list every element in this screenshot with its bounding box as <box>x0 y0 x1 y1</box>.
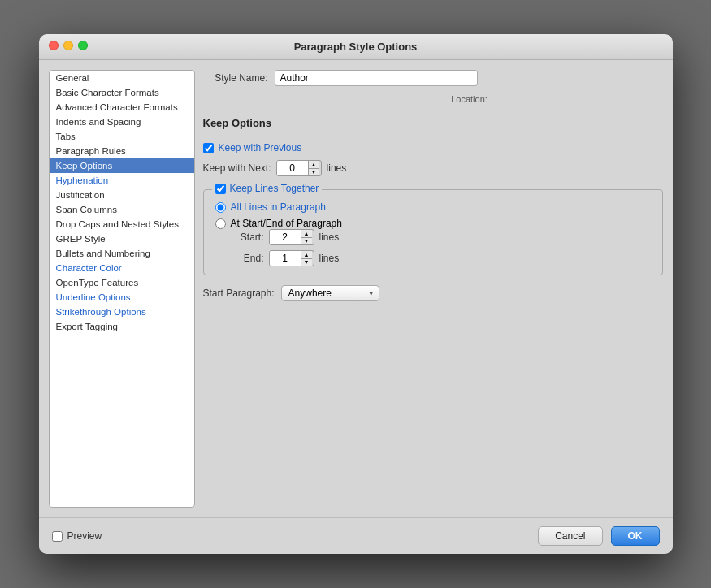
sidebar-item-paragraph-rules[interactable]: Paragraph Rules <box>50 144 194 158</box>
start-spin-up[interactable]: ▲ <box>301 230 312 238</box>
all-lines-label: All Lines in Paragraph <box>231 201 326 213</box>
style-name-row: Style Name: <box>203 70 663 86</box>
preview-checkbox[interactable] <box>52 531 63 542</box>
start-row: Start: ▲ ▼ lines <box>235 229 651 245</box>
sidebar: GeneralBasic Character FormatsAdvanced C… <box>49 70 195 508</box>
end-spin-col: ▲ ▼ <box>301 251 312 266</box>
dialog-title: Paragraph Style Options <box>294 41 418 53</box>
at-start-end-label: At Start/End of Paragraph <box>231 218 342 229</box>
keep-with-previous-row: Keep with Previous <box>203 142 663 153</box>
all-lines-radio[interactable] <box>215 202 226 213</box>
start-label: Start: <box>235 231 264 243</box>
sidebar-item-underline-options[interactable]: Underline Options <box>50 290 194 305</box>
location-row: Location: <box>276 94 663 104</box>
end-lines-label: lines <box>319 253 340 264</box>
start-input[interactable] <box>270 230 301 244</box>
start-spin-col: ▲ ▼ <box>301 230 312 244</box>
start-paragraph-select-wrap: AnywhereNext ColumnNext FrameNext PageNe… <box>281 285 379 301</box>
traffic-lights <box>49 41 88 50</box>
end-label: End: <box>235 253 264 264</box>
style-name-label: Style Name: <box>203 72 268 84</box>
cancel-button[interactable]: Cancel <box>538 526 602 546</box>
at-start-end-radio[interactable] <box>215 218 226 229</box>
dialog-body: GeneralBasic Character FormatsAdvanced C… <box>39 60 673 517</box>
sidebar-item-bullets-and-numbering[interactable]: Bullets and Numbering <box>50 246 194 261</box>
sidebar-item-strikethrough-options[interactable]: Strikethrough Options <box>50 305 194 319</box>
ok-button[interactable]: OK <box>611 526 660 546</box>
minimize-button[interactable] <box>63 41 73 50</box>
sidebar-item-drop-caps-and-nested-styles[interactable]: Drop Caps and Nested Styles <box>50 217 194 231</box>
keep-with-next-spinner[interactable]: ▲ ▼ <box>276 160 322 176</box>
preview-label: Preview <box>67 530 102 542</box>
start-lines-label: lines <box>319 231 340 243</box>
sidebar-item-indents-and-spacing[interactable]: Indents and Spacing <box>50 115 194 129</box>
sidebar-item-grep-style[interactable]: GREP Style <box>50 231 194 246</box>
keep-lines-legend: Keep Lines Together <box>212 183 323 194</box>
start-paragraph-label: Start Paragraph: <box>203 288 275 299</box>
end-row: End: ▲ ▼ lines <box>235 250 651 266</box>
main-content: Style Name: Location: Keep Options Keep … <box>203 70 663 508</box>
start-spinner[interactable]: ▲ ▼ <box>269 229 314 245</box>
sidebar-item-span-columns[interactable]: Span Columns <box>50 202 194 217</box>
keep-with-next-lines: lines <box>327 162 347 174</box>
preview-row: Preview <box>52 530 102 542</box>
all-lines-option[interactable]: All Lines in Paragraph <box>215 201 651 213</box>
style-name-input[interactable] <box>275 70 478 86</box>
section-title: Keep Options <box>203 117 663 129</box>
keep-with-previous-label: Keep with Previous <box>219 142 302 153</box>
end-input[interactable] <box>270 251 301 266</box>
keep-lines-together-label: Keep Lines Together <box>230 183 319 194</box>
sidebar-item-hyphenation[interactable]: Hyphenation <box>50 173 194 188</box>
keep-with-next-row: Keep with Next: ▲ ▼ lines <box>203 160 663 176</box>
dialog-footer: Preview Cancel OK <box>39 517 673 554</box>
dialog: Paragraph Style Options GeneralBasic Cha… <box>39 34 673 554</box>
start-spin-down[interactable]: ▼ <box>301 238 312 245</box>
sidebar-item-tabs[interactable]: Tabs <box>50 129 194 144</box>
sidebar-item-general[interactable]: General <box>50 71 194 85</box>
sidebar-item-export-tagging[interactable]: Export Tagging <box>50 319 194 334</box>
sidebar-item-basic-character-formats[interactable]: Basic Character Formats <box>50 85 194 100</box>
keep-with-previous-checkbox[interactable] <box>203 143 214 153</box>
sidebar-item-opentype-features[interactable]: OpenType Features <box>50 275 194 290</box>
keep-lines-together-checkbox[interactable] <box>215 184 226 194</box>
keep-with-next-label: Keep with Next: <box>203 162 271 174</box>
sidebar-item-keep-options[interactable]: Keep Options <box>50 158 194 173</box>
keep-with-next-spin-down[interactable]: ▼ <box>309 169 319 176</box>
title-bar: Paragraph Style Options <box>39 34 673 60</box>
maximize-button[interactable] <box>78 41 88 50</box>
start-end-rows: Start: ▲ ▼ lines End: <box>235 229 651 266</box>
location-label: Location: <box>451 94 488 104</box>
keep-with-next-spin-up[interactable]: ▲ <box>309 161 319 169</box>
sidebar-item-justification[interactable]: Justification <box>50 188 194 202</box>
at-start-end-option[interactable]: At Start/End of Paragraph <box>215 218 651 229</box>
close-button[interactable] <box>49 41 59 50</box>
keep-with-next-spin-col: ▲ ▼ <box>308 161 319 175</box>
keep-lines-together-section: Keep Lines Together All Lines in Paragra… <box>203 189 663 275</box>
end-spin-down[interactable]: ▼ <box>301 259 312 266</box>
end-spinner[interactable]: ▲ ▼ <box>269 250 314 266</box>
start-paragraph-select[interactable]: AnywhereNext ColumnNext FrameNext PageNe… <box>281 285 379 301</box>
sidebar-item-character-color[interactable]: Character Color <box>50 261 194 275</box>
start-paragraph-row: Start Paragraph: AnywhereNext ColumnNext… <box>203 285 663 301</box>
keep-with-next-input[interactable] <box>277 161 308 175</box>
sidebar-item-advanced-character-formats[interactable]: Advanced Character Formats <box>50 100 194 115</box>
end-spin-up[interactable]: ▲ <box>301 251 312 259</box>
footer-buttons: Cancel OK <box>538 526 659 546</box>
